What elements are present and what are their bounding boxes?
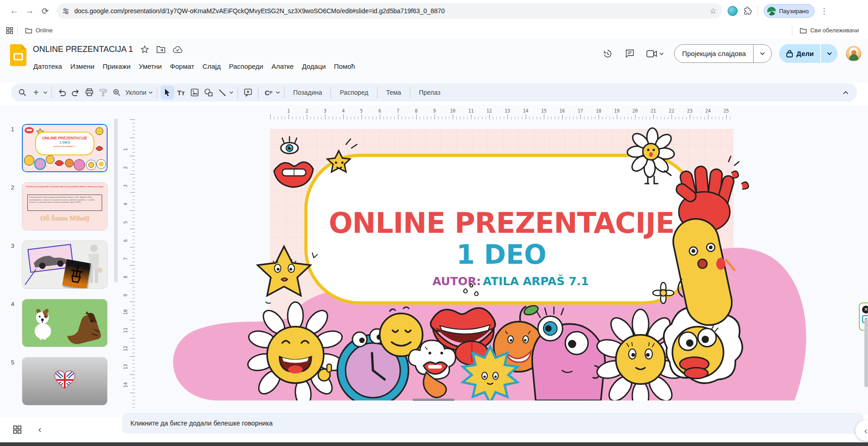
bookmark-folder-online[interactable]: Online <box>21 25 57 36</box>
share-options-caret[interactable] <box>820 44 837 63</box>
ruler-number: 6 <box>375 108 385 113</box>
close-icon[interactable]: ✕ <box>862 306 868 313</box>
extensions-puzzle-icon[interactable] <box>743 6 752 15</box>
menu-item[interactable]: Уметни <box>134 61 166 72</box>
slide-thumbnail-1[interactable]: ONLINE PREZENTACIJE 1 DEO AUTOR: ATILA A… <box>22 124 108 172</box>
slide-title-line1[interactable]: ONLINE PREZENTACIJE <box>329 206 674 240</box>
undo-icon[interactable] <box>55 86 69 99</box>
fit-zoom-label[interactable]: Уклопи <box>124 89 148 96</box>
filmstrip-scrollbar[interactable] <box>114 118 118 282</box>
menu-item[interactable]: Распореди <box>225 61 267 72</box>
zoom-in-icon[interactable] <box>110 86 124 99</box>
url-text: docs.google.com/presentation/d/1y7QW-oKm… <box>74 7 706 15</box>
move-to-folder-icon[interactable] <box>156 46 165 54</box>
menu-item[interactable]: Датотека <box>29 61 66 72</box>
redo-icon[interactable] <box>69 86 83 99</box>
divider <box>758 6 758 16</box>
menu-item[interactable]: Формат <box>166 61 198 72</box>
slide-thumbnail-4[interactable] <box>22 299 108 347</box>
slide-number: 5 <box>11 359 14 366</box>
slide-thumbnail-5[interactable] <box>22 357 108 405</box>
ruler-number: 5 <box>356 108 367 113</box>
speaker-notes[interactable]: Кликните да бисте додали белешке говорни… <box>122 413 863 434</box>
canvas-scrollbar[interactable] <box>864 319 868 387</box>
slide-thumbnail-3[interactable] <box>22 241 108 289</box>
ruler-number: 13 <box>502 108 512 113</box>
divider <box>377 87 377 98</box>
ruler-number: 10 <box>448 108 458 113</box>
ruler-number: 24 <box>703 108 713 113</box>
apps-grid-icon[interactable] <box>5 26 14 35</box>
slide-thumbnail-2[interactable]: Površina pravougaonika računamo tako što… <box>22 182 108 231</box>
menu-item[interactable]: Прикажи <box>98 61 134 72</box>
bookmark-star-icon[interactable]: ☆ <box>710 6 717 16</box>
menu-item[interactable]: Помоћ <box>330 61 359 72</box>
cloud-saved-icon[interactable] <box>173 46 182 53</box>
forward-icon[interactable]: → <box>22 3 37 19</box>
menu-item[interactable]: Слајд <box>198 61 225 72</box>
insert-line-icon[interactable] <box>215 86 229 99</box>
document-title[interactable]: ONLINE PREZENTACIJA 1 <box>33 45 133 54</box>
ruler-number: 22 <box>666 108 677 113</box>
companion-caret[interactable] <box>274 86 281 99</box>
avatar[interactable] <box>846 46 862 62</box>
ruler-number: 7 <box>123 253 130 260</box>
join-call-icon[interactable] <box>642 45 668 63</box>
comments-icon[interactable] <box>620 45 639 63</box>
slides-header: ONLINE PREZENTACIJA 1 ДатотекаИзмениПрик… <box>0 39 868 83</box>
folder-icon <box>800 27 807 34</box>
folder-icon <box>25 27 32 34</box>
insert-comment-icon[interactable] <box>241 86 255 99</box>
companion-tool[interactable]: CP <box>262 86 275 99</box>
insert-shape-icon[interactable] <box>202 86 215 99</box>
print-icon[interactable] <box>83 86 96 99</box>
reload-icon[interactable]: ⟳ <box>37 3 53 19</box>
canvas-scroll-indicator[interactable] <box>413 399 455 401</box>
menu-item[interactable]: Алатке <box>267 61 298 72</box>
all-bookmarks-label: Сви обележивачи <box>810 27 859 34</box>
divider <box>331 87 331 98</box>
share-label: Дели <box>796 50 814 57</box>
ruler-number: 21 <box>648 108 658 113</box>
extension-icon[interactable] <box>728 6 738 16</box>
collapse-filmstrip-icon[interactable]: ‹ <box>38 424 41 435</box>
transition-button[interactable]: Прелаз <box>413 86 446 99</box>
share-button[interactable]: Дели <box>779 44 837 63</box>
slideshow-options-caret[interactable] <box>753 44 771 63</box>
insert-line-caret[interactable] <box>228 86 234 99</box>
slideshow-button[interactable]: Пројекција слајдова <box>674 44 772 63</box>
background-button[interactable]: Позадина <box>288 86 327 99</box>
dog-image <box>29 308 57 340</box>
back-icon[interactable]: ← <box>6 3 22 19</box>
search-menus-icon[interactable] <box>16 86 29 99</box>
menu-item[interactable]: Додаци <box>298 61 330 72</box>
address-bar[interactable]: docs.google.com/presentation/d/1y7QW-oKm… <box>57 3 722 19</box>
chrome-menu-icon[interactable]: ⋮ <box>820 6 828 16</box>
ruler-number: 14 <box>521 108 531 113</box>
insert-image-icon[interactable] <box>188 86 202 99</box>
slide-author-name[interactable]: ATILA ARPAŠ 7.1 <box>483 274 589 288</box>
slide-title-line2[interactable]: 1 DEO <box>456 239 547 270</box>
theme-button[interactable]: Тема <box>381 86 407 99</box>
grid-view-icon[interactable] <box>13 425 22 434</box>
ruler-number: 3 <box>123 180 130 187</box>
version-history-icon[interactable] <box>599 45 617 63</box>
paused-extension-badge[interactable]: Паузирано <box>764 4 815 18</box>
text-box-tool[interactable]: Tт <box>174 86 188 99</box>
current-slide[interactable]: ONLINE PREZENTACIJE 1 DEO AUTOR: ATILA A… <box>161 124 817 400</box>
paint-format-icon[interactable] <box>96 86 110 99</box>
ruler-number: 18 <box>594 108 604 113</box>
new-slide-icon[interactable]: + <box>29 86 43 99</box>
menu-item[interactable]: Измени <box>66 61 98 72</box>
star-document-icon[interactable] <box>140 45 149 54</box>
select-tool-icon[interactable] <box>160 86 174 99</box>
slide-author-prefix[interactable]: AUTOR: <box>433 275 481 288</box>
ruler-number: 3 <box>320 108 330 113</box>
collapse-toolbar-icon[interactable] <box>839 86 852 99</box>
fit-zoom-caret[interactable] <box>147 86 154 99</box>
all-bookmarks-button[interactable]: Сви обележивачи <box>796 25 863 36</box>
ruler-number: 12 <box>123 344 130 351</box>
layout-button[interactable]: Распоред <box>334 86 373 99</box>
divider <box>52 87 52 98</box>
new-slide-caret[interactable] <box>42 86 48 99</box>
